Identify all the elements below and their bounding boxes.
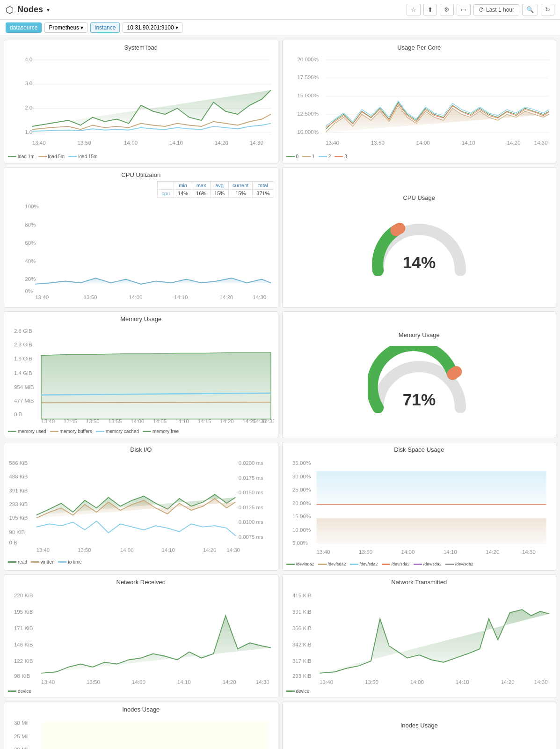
legend-item: device: [286, 689, 310, 694]
app-logo: ⬡: [6, 4, 14, 15]
network-transmitted-svg: 415 KiB 391 KiB 366 KiB 342 KiB 317 KiB …: [286, 588, 553, 685]
y-label: 1.0: [25, 129, 32, 135]
refresh-button[interactable]: ↻: [541, 4, 554, 15]
x-label: 13:50: [78, 140, 91, 146]
x-label: 14:30: [250, 140, 263, 146]
inodes-chart-title: Inodes Usage: [8, 706, 274, 713]
stats-header-min: min: [174, 181, 192, 189]
legend-item: device: [8, 689, 31, 694]
legend-label: 1: [312, 154, 315, 159]
x-label: 14:10: [161, 547, 175, 552]
y-label: 20.00%: [292, 499, 310, 506]
legend-label: 0: [296, 154, 299, 159]
y-label-right: 0.0125 ms: [239, 504, 263, 510]
x-label: 13:40: [320, 679, 333, 685]
network-transmitted-panel: Network Transmitted 415 KiB 391 KiB 366 …: [282, 574, 557, 698]
legend-color: [38, 156, 47, 157]
legend-label: memory used: [18, 429, 46, 434]
disk-io-title: Disk I/O: [8, 446, 274, 453]
legend-item: load 1m: [8, 154, 35, 159]
legend-label: /dev/sda2: [296, 562, 314, 566]
network-received-title: Network Received: [8, 579, 274, 586]
instance-dropdown[interactable]: 10.31.90.201:9100 ▾: [123, 22, 182, 33]
top-bar-right: ☆ ⬆ ⚙ ▭ ⏱ Last 1 hour 🔍 ↻: [407, 4, 554, 15]
dashboard: System load 4.0 3.0 2.0 1.0: [0, 36, 560, 749]
legend-label: /dev/sda2: [328, 562, 346, 566]
legend-color: [445, 564, 454, 565]
y-label: 98 KiB: [9, 529, 25, 535]
settings-button[interactable]: ⚙: [440, 4, 454, 15]
memory-svg: 2.8 GiB 2.3 GiB 1.9 GiB 1.4 GiB 954 MiB …: [8, 325, 274, 425]
y-label: 20%: [25, 276, 36, 282]
x-label: 14:30: [534, 140, 547, 146]
legend-label: device: [18, 689, 31, 694]
share-button[interactable]: ⬆: [423, 4, 437, 15]
prometheus-dropdown[interactable]: Prometheus ▾: [44, 22, 87, 33]
clock-icon: ⏱: [479, 7, 484, 13]
dropdown-arrow[interactable]: ▾: [47, 7, 50, 13]
y-label: 15.00%: [292, 513, 310, 519]
time-range-label: Last 1 hour: [486, 7, 514, 13]
legend-color: [58, 561, 66, 563]
x-label: 14:10: [443, 549, 457, 555]
legend-item: /dev/sda2: [318, 562, 346, 566]
legend-label: io time: [68, 559, 81, 565]
y-label: 3.0: [25, 80, 32, 86]
network-transmitted-legend: device: [286, 689, 553, 694]
x-label: 14:10: [175, 419, 189, 425]
instance-tab[interactable]: Instance: [90, 22, 120, 33]
y-label: 20.000%: [297, 56, 319, 62]
page-title: Nodes: [17, 5, 43, 15]
network-received-panel: Network Received 220 KiB 195 KiB 171 KiB…: [4, 574, 278, 698]
x-label: 14:10: [455, 679, 469, 685]
inodes-gauge-container: 0.3%: [363, 732, 475, 749]
y-label: 35.00%: [292, 460, 310, 466]
x-label: 14:20: [507, 140, 520, 146]
cpu-utilization-panel: CPU Utilizaion min max avg current total…: [4, 167, 278, 308]
gauge-value-text: 14%: [403, 253, 436, 272]
y-label-right: 0.0100 ms: [239, 519, 263, 525]
y-label: 342 KiB: [292, 641, 311, 647]
zoom-button[interactable]: 🔍: [522, 4, 538, 15]
monitor-button[interactable]: ▭: [457, 4, 471, 15]
usage-per-core-legend: 0 1 2 3: [286, 154, 553, 159]
cpu-gauge-container: 14%: [363, 204, 475, 280]
legend-color: [68, 156, 77, 157]
network-transmitted-chart: 415 KiB 391 KiB 366 KiB 342 KiB 317 KiB …: [286, 588, 553, 687]
time-range-button[interactable]: ⏱ Last 1 hour: [473, 4, 519, 15]
legend-item: written: [31, 559, 54, 565]
star-button[interactable]: ☆: [407, 4, 421, 15]
y-label: 5.00%: [292, 539, 307, 545]
legend-label: /dev/sda2: [455, 562, 473, 566]
system-load-legend: load 1m load 5m load 15m: [8, 154, 274, 159]
legend-item: 0: [286, 154, 299, 159]
legend-item: /dev/sda2: [350, 562, 378, 566]
y-label: 0 B: [9, 540, 17, 545]
x-label: 14:00: [416, 140, 429, 146]
y-label: 25 Mil: [14, 733, 29, 739]
x-label: 14:20: [215, 140, 228, 146]
y-label: 586 KiB: [9, 460, 28, 465]
y-label: 30.00%: [292, 473, 310, 479]
legend-color: [96, 431, 104, 432]
x-label: 13:55: [108, 419, 122, 425]
legend-item: /dev/sda2: [445, 562, 473, 566]
datasource-tab[interactable]: datasource: [6, 22, 42, 33]
legend-color: [382, 564, 390, 565]
x-label: 13:50: [371, 140, 384, 146]
y-label: 17.500%: [297, 74, 319, 80]
dropdown-icon: ▾: [80, 24, 83, 31]
y-label: 954 MiB: [14, 384, 34, 390]
y-label: 415 KiB: [292, 593, 311, 599]
legend-item: io time: [58, 559, 81, 565]
cpu-stats-area: min max avg current total cpu 14% 16% 15…: [8, 181, 274, 199]
x-label: 14:10: [174, 294, 188, 300]
instance-dropdown-icon: ▾: [175, 24, 178, 31]
legend-color: [319, 156, 327, 157]
inodes-gauge-title: Inodes Usage: [400, 722, 438, 729]
x-label: 14:00: [401, 549, 415, 555]
x-label: 14:10: [169, 140, 183, 146]
x-label: 14:30: [226, 547, 240, 552]
x-label: 13:50: [84, 294, 97, 300]
stats-header-total: total: [253, 181, 274, 189]
